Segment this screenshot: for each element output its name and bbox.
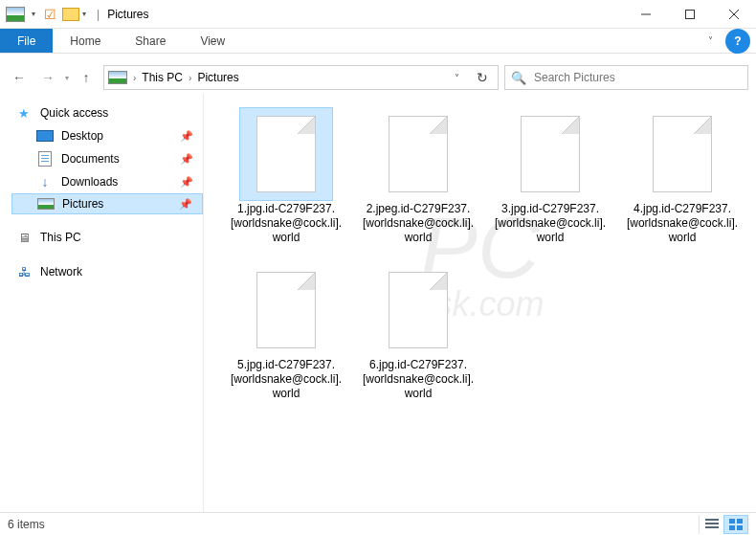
address-bar[interactable]: › This PC › Pictures ˅ ↻ (103, 65, 499, 90)
pin-icon: 📌 (179, 198, 192, 211)
blank-file-icon (653, 116, 712, 192)
maximize-button[interactable] (668, 0, 712, 29)
tab-share[interactable]: Share (118, 29, 183, 53)
file-item[interactable]: 3.jpg.id-C279F237.[worldsnake@cock.li].w… (489, 108, 611, 245)
blank-file-icon (256, 116, 316, 192)
refresh-button[interactable]: ↻ (471, 70, 494, 85)
file-item[interactable]: 1.jpg.id-C279F237.[worldsnake@cock.li].w… (225, 108, 347, 245)
file-thumbnail (372, 108, 464, 200)
forward-button[interactable]: → (36, 66, 59, 89)
blank-file-icon (389, 272, 448, 348)
desktop-icon (36, 130, 54, 142)
file-name: 5.jpg.id-C279F237.[worldsnake@cock.li].w… (228, 358, 345, 401)
quick-access-label: Quick access (40, 106, 108, 120)
documents-icon (38, 151, 52, 167)
status-bar: 6 items (0, 512, 756, 535)
file-item[interactable]: 2.jpeg.id-C279F237.[worldsnake@cock.li].… (357, 108, 479, 245)
sidebar-item-this-pc[interactable]: 🖥 This PC (11, 226, 203, 249)
pin-icon: 📌 (180, 153, 193, 166)
minimize-button[interactable] (624, 0, 668, 29)
sidebar-item-label: Network (40, 265, 82, 279)
breadcrumb-pictures[interactable]: Pictures (197, 71, 238, 84)
pin-icon: 📌 (180, 176, 193, 189)
sidebar-item-label: Downloads (61, 175, 118, 189)
qa-dropdown[interactable]: ▾ (29, 10, 38, 18)
sidebar-item-label: Documents (61, 152, 120, 166)
details-view-button[interactable] (699, 515, 723, 534)
tab-home[interactable]: Home (53, 29, 118, 53)
pin-icon: 📌 (180, 130, 193, 143)
star-icon: ★ (15, 106, 33, 120)
search-box[interactable]: 🔍 (504, 65, 748, 90)
window-title: Pictures (107, 8, 148, 21)
this-pc-icon: 🖥 (15, 231, 33, 244)
title-bar: ▾ ☑ ▾ | Pictures (0, 0, 756, 29)
breadcrumb-this-pc[interactable]: This PC (142, 71, 183, 84)
properties-icon[interactable]: ☑ (44, 7, 56, 22)
location-icon (108, 71, 127, 84)
history-dropdown[interactable]: ▾ (65, 74, 69, 82)
file-name: 3.jpg.id-C279F237.[worldsnake@cock.li].w… (492, 202, 609, 245)
sidebar-item-documents[interactable]: Documents 📌 (11, 147, 203, 170)
file-thumbnail (504, 108, 596, 200)
address-history-dropdown[interactable]: ˅ (449, 73, 465, 83)
network-icon: 🖧 (15, 265, 33, 279)
app-icon (6, 7, 25, 22)
blank-file-icon (256, 272, 316, 348)
downloads-icon: ↓ (36, 175, 54, 189)
quick-access-header[interactable]: ★ Quick access (11, 101, 203, 124)
navigation-bar: ← → ▾ ↑ › This PC › Pictures ˅ ↻ 🔍 (0, 61, 756, 94)
large-icons-view-button[interactable] (723, 515, 748, 534)
file-item[interactable]: 5.jpg.id-C279F237.[worldsnake@cock.li].w… (225, 264, 347, 401)
svg-rect-1 (686, 10, 695, 18)
file-item[interactable]: 4.jpg.id-C279F237.[worldsnake@cock.li].w… (621, 108, 744, 245)
search-input[interactable] (534, 71, 742, 84)
file-tab[interactable]: File (0, 29, 53, 53)
sidebar-item-downloads[interactable]: ↓ Downloads 📌 (11, 170, 203, 193)
file-thumbnail (240, 108, 332, 200)
file-name: 4.jpg.id-C279F237.[worldsnake@cock.li].w… (624, 202, 741, 245)
sidebar-item-network[interactable]: 🖧 Network (11, 260, 203, 283)
file-item[interactable]: 6.jpg.id-C279F237.[worldsnake@cock.li].w… (357, 264, 479, 401)
qa-customize-dropdown[interactable]: ▾ (79, 10, 89, 18)
ribbon-tabs: File Home Share View ˅ ? (0, 29, 756, 54)
file-name: 2.jpeg.id-C279F237.[worldsnake@cock.li].… (360, 202, 477, 245)
search-icon: 🔍 (511, 71, 526, 85)
blank-file-icon (521, 116, 580, 192)
item-count: 6 items (8, 518, 45, 531)
blank-file-icon (389, 116, 448, 192)
up-button[interactable]: ↑ (75, 66, 98, 89)
sidebar-item-label: Desktop (61, 129, 103, 143)
chevron-right-icon[interactable]: › (133, 73, 136, 83)
sidebar-item-desktop[interactable]: Desktop 📌 (11, 124, 203, 147)
tab-view[interactable]: View (183, 29, 242, 53)
close-button[interactable] (712, 0, 756, 29)
navigation-pane: ★ Quick access Desktop 📌 Documents 📌 ↓ D… (0, 94, 204, 512)
file-thumbnail (240, 264, 332, 356)
chevron-right-icon[interactable]: › (189, 73, 191, 83)
back-button[interactable]: ← (8, 66, 31, 89)
ribbon-expand-button[interactable]: ˅ (699, 29, 722, 53)
sidebar-item-pictures[interactable]: Pictures 📌 (11, 193, 203, 214)
file-pane[interactable]: PCrisk.com 1.jpg.id-C279F237.[worldsnake… (204, 94, 756, 512)
new-folder-icon[interactable] (62, 8, 79, 21)
file-thumbnail (636, 108, 728, 200)
pictures-icon (37, 198, 55, 210)
file-thumbnail (372, 264, 464, 356)
help-button[interactable]: ? (725, 29, 750, 54)
file-name: 6.jpg.id-C279F237.[worldsnake@cock.li].w… (360, 358, 477, 401)
sidebar-item-label: This PC (40, 231, 81, 244)
file-name: 1.jpg.id-C279F237.[worldsnake@cock.li].w… (228, 202, 345, 245)
separator: | (97, 8, 100, 21)
sidebar-item-label: Pictures (62, 197, 103, 211)
